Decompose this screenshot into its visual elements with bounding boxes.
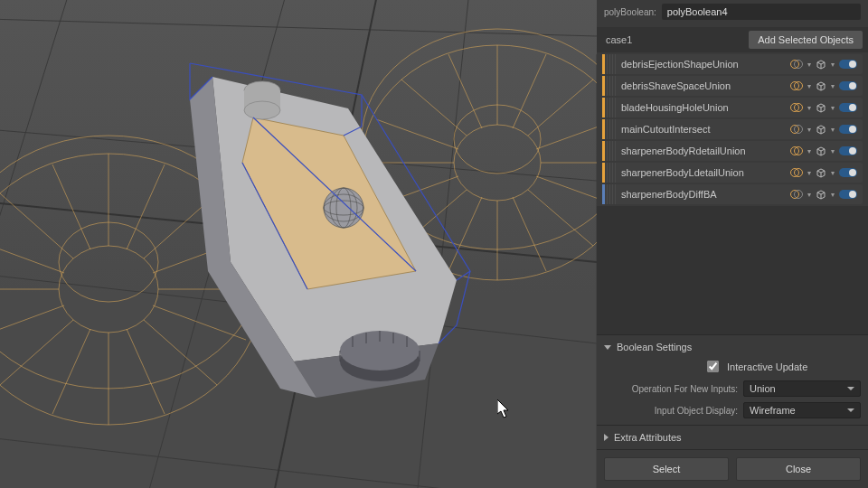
display-select[interactable]: Wireframe (743, 402, 861, 418)
boolean-op-icon[interactable] (790, 60, 803, 69)
color-bar (602, 163, 605, 183)
cube-icon[interactable] (816, 145, 826, 156)
dropdown-icon[interactable]: ▾ (807, 61, 811, 69)
cube-icon[interactable] (816, 167, 826, 178)
color-bar (602, 119, 605, 139)
visibility-toggle[interactable] (839, 125, 857, 134)
chevron-right-icon (604, 434, 609, 441)
operand-list: debrisEjectionShapeUnion▾▾debrisShaveSpa… (597, 52, 868, 206)
dropdown-icon[interactable]: ▾ (807, 191, 811, 199)
operand-icons: ▾▾ (790, 59, 863, 70)
dropdown-icon[interactable]: ▾ (831, 126, 835, 134)
cube-icon[interactable] (816, 59, 826, 70)
dropdown-icon[interactable]: ▾ (831, 147, 835, 155)
visibility-toggle[interactable] (839, 103, 857, 112)
operand-name: mainCutoutIntersect (621, 124, 790, 135)
operand-icons: ▾▾ (790, 80, 863, 91)
dropdown-icon[interactable]: ▾ (831, 82, 835, 90)
viewport-3d[interactable] (0, 0, 597, 488)
operand-item[interactable]: sharpenerBodyDiffBA▾▾ (602, 184, 863, 204)
operation-label: Operation For New Inputs: (604, 384, 738, 394)
drag-handle-icon[interactable] (607, 141, 616, 161)
svg-line-22 (0, 320, 73, 385)
cube-icon[interactable] (816, 189, 826, 200)
svg-line-50 (376, 119, 458, 149)
color-bar (602, 141, 605, 161)
svg-line-3 (0, 434, 597, 488)
display-label: Input Object Display: (604, 406, 738, 416)
list-empty-area (597, 206, 868, 334)
visibility-toggle[interactable] (839, 81, 857, 90)
boolean-op-icon[interactable] (790, 125, 803, 134)
operand-item[interactable]: debrisShaveSpaceUnion▾▾ (602, 76, 863, 96)
dropdown-icon[interactable]: ▾ (807, 147, 811, 155)
operand-icons: ▾▾ (790, 145, 863, 156)
operand-name: bladeHousingHoleUnion (621, 102, 790, 113)
visibility-toggle[interactable] (839, 168, 857, 177)
svg-line-24 (52, 164, 90, 249)
interactive-update-checkbox[interactable] (707, 361, 719, 372)
operand-name: debrisShaveSpaceUnion (621, 80, 790, 91)
boolean-settings-header[interactable]: Boolean Settings (604, 339, 861, 355)
drag-handle-icon[interactable] (607, 54, 616, 74)
svg-point-34 (454, 125, 541, 201)
visibility-toggle[interactable] (839, 190, 857, 199)
dropdown-icon[interactable]: ▾ (807, 104, 811, 112)
interactive-update-label[interactable]: Interactive Update (727, 361, 807, 372)
drag-handle-icon[interactable] (607, 98, 616, 117)
color-bar (602, 76, 605, 96)
boolean-op-icon[interactable] (790, 146, 803, 155)
boolean-op-icon[interactable] (790, 81, 803, 90)
boolean-op-icon[interactable] (790, 168, 803, 177)
cube-icon[interactable] (816, 80, 826, 91)
cube-icon[interactable] (816, 102, 826, 113)
svg-line-51 (536, 119, 597, 149)
operand-item[interactable]: sharpenerBodyLdetailUnion▾▾ (602, 163, 863, 183)
svg-line-48 (448, 197, 482, 271)
svg-line-28 (0, 239, 64, 273)
operation-select[interactable]: Union (743, 380, 861, 397)
operand-name: sharpenerBodyRdetailUnion (621, 145, 790, 156)
dropdown-icon[interactable]: ▾ (831, 104, 835, 112)
dropdown-icon[interactable]: ▾ (831, 169, 835, 177)
operand-icons: ▾▾ (790, 124, 863, 135)
drag-handle-icon[interactable] (607, 76, 616, 96)
dropdown-icon[interactable]: ▾ (807, 126, 811, 134)
dropdown-icon[interactable]: ▾ (831, 61, 835, 69)
visibility-toggle[interactable] (839, 60, 857, 69)
drag-handle-icon[interactable] (607, 184, 616, 204)
drag-handle-icon[interactable] (607, 119, 616, 139)
extra-attributes-header[interactable]: Extra Attributes (604, 429, 861, 446)
dropdown-icon[interactable]: ▾ (807, 169, 811, 177)
operand-item[interactable]: bladeHousingHoleUnion▾▾ (602, 98, 863, 117)
svg-line-4 (0, 0, 72, 488)
svg-line-0 (0, 18, 597, 36)
boolean-op-icon[interactable] (790, 190, 803, 199)
close-button[interactable]: Close (736, 457, 861, 481)
operand-item[interactable]: mainCutoutIntersect▾▾ (602, 119, 863, 139)
node-name-row: polyBoolean: (597, 0, 868, 27)
svg-line-27 (127, 329, 165, 414)
dropdown-icon[interactable]: ▾ (831, 191, 835, 199)
svg-point-66 (244, 101, 280, 119)
dropdown-icon[interactable]: ▾ (807, 82, 811, 90)
visibility-toggle[interactable] (839, 146, 857, 155)
color-bar (602, 98, 605, 117)
svg-point-12 (59, 246, 158, 333)
boolean-op-icon[interactable] (790, 103, 803, 112)
boolean-panel: polyBoolean: case1 Add Selected Objects … (597, 0, 868, 488)
operand-item[interactable]: debrisEjectionShapeUnion▾▾ (602, 54, 863, 74)
operand-icons: ▾▾ (790, 189, 863, 200)
operand-item[interactable]: sharpenerBodyRdetailUnion▾▾ (602, 141, 863, 161)
cube-icon[interactable] (816, 124, 826, 135)
select-button[interactable]: Select (604, 457, 729, 481)
operand-name: sharpenerBodyLdetailUnion (621, 167, 790, 178)
drag-handle-icon[interactable] (607, 163, 616, 183)
operand-icons: ▾▾ (790, 167, 863, 178)
color-bar (602, 54, 605, 74)
node-name-input[interactable] (662, 4, 861, 20)
add-selected-objects-button[interactable]: Add Selected Objects (749, 31, 863, 49)
svg-line-31 (153, 305, 246, 340)
svg-line-20 (0, 193, 73, 258)
svg-line-53 (536, 176, 597, 206)
